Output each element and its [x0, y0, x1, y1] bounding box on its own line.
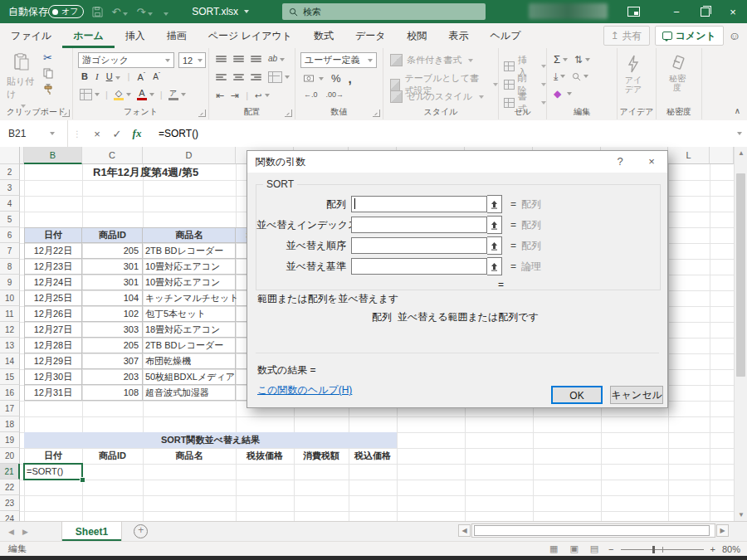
autosum-icon[interactable]: Σ: [554, 53, 560, 66]
format-painter-icon[interactable]: [43, 85, 54, 95]
cut-icon[interactable]: ✂: [43, 51, 52, 64]
zoom-in-icon[interactable]: +: [710, 544, 715, 554]
undo-icon[interactable]: ↶: [111, 6, 128, 18]
close-button[interactable]: ×: [719, 0, 747, 23]
row-header-17[interactable]: 17: [0, 401, 20, 416]
sales-name-cell[interactable]: 50枚組BDXLメディア: [145, 369, 235, 385]
sales-name-cell[interactable]: 超音波式加湿器: [145, 385, 209, 401]
sales-id-cell[interactable]: 203: [82, 369, 139, 385]
row-header-5[interactable]: 5: [0, 212, 20, 227]
row-header-9[interactable]: 9: [0, 275, 20, 290]
tab-review[interactable]: 校閲: [397, 23, 438, 48]
sheet-nav-right-icon[interactable]: ▶: [22, 528, 28, 536]
column-header-x[interactable]: [710, 147, 734, 164]
sales-date-cell[interactable]: 12月22日: [24, 243, 82, 259]
row-header-10[interactable]: 10: [0, 290, 20, 306]
sales-name-cell[interactable]: 18畳対応エアコン: [145, 322, 220, 338]
autosave-toggle[interactable]: オフ: [48, 5, 84, 18]
tab-insert[interactable]: 挿入: [115, 23, 156, 48]
sales-name-cell[interactable]: 10畳対応エアコン: [145, 275, 220, 290]
column-header-B[interactable]: B: [24, 147, 82, 164]
formula-input[interactable]: =SORT(): [159, 128, 198, 139]
confirm-entry-icon[interactable]: ✓: [107, 128, 127, 140]
currency-format-icon[interactable]: [304, 75, 315, 83]
sensitivity-button[interactable]: 秘密度: [666, 55, 688, 92]
function-help-link[interactable]: この関数のヘルプ(H): [257, 383, 352, 397]
alignment-dialog-launcher-icon[interactable]: [285, 110, 292, 117]
quick-access-customize-icon[interactable]: [161, 6, 168, 18]
dialog-close-icon[interactable]: ×: [636, 151, 667, 173]
fill-icon[interactable]: ⤓: [554, 71, 558, 82]
paste-button[interactable]: 貼り付け: [7, 53, 37, 108]
row-header-22[interactable]: 22: [0, 480, 20, 495]
scroll-right-icon[interactable]: ▶: [716, 524, 729, 537]
sales-date-cell[interactable]: 12月24日: [24, 275, 82, 290]
cell-styles-button[interactable]: セルのスタイル: [390, 90, 484, 103]
number-dialog-launcher-icon[interactable]: [373, 110, 380, 117]
tab-home[interactable]: ホーム: [62, 23, 115, 48]
sales-id-cell[interactable]: 307: [82, 353, 139, 369]
borders-icon[interactable]: [80, 89, 92, 100]
arg-input-sort-index[interactable]: [351, 217, 487, 233]
result-title-cell[interactable]: SORT関数並べ替え結果: [24, 432, 397, 448]
font-color-icon[interactable]: A: [137, 89, 147, 100]
sales-date-cell[interactable]: 12月26日: [24, 306, 82, 322]
arg-input-by-col[interactable]: [351, 258, 487, 275]
sales-name-cell[interactable]: 包丁5本セット: [145, 306, 206, 322]
align-right-icon[interactable]: [251, 74, 261, 80]
sales-id-cell[interactable]: 104: [82, 290, 139, 306]
ideas-button[interactable]: アイデア: [622, 55, 644, 94]
merge-center-icon[interactable]: [268, 71, 282, 83]
row-header-2[interactable]: 2: [0, 164, 20, 180]
sales-name-cell[interactable]: キッチンマルチセット: [145, 290, 239, 306]
range-picker-icon[interactable]: [487, 236, 502, 255]
row-header-8[interactable]: 8: [0, 259, 20, 275]
scroll-up-icon[interactable]: ▲: [735, 147, 747, 159]
decrease-font-icon[interactable]: Aˇ: [153, 71, 160, 81]
tab-data[interactable]: データ: [344, 23, 397, 48]
save-icon[interactable]: [92, 7, 103, 17]
tab-page-layout[interactable]: ページ レイアウト: [198, 23, 303, 48]
tab-draw[interactable]: 描画: [156, 23, 198, 48]
sales-date-cell[interactable]: 12月25日: [24, 290, 82, 306]
sales-date-cell[interactable]: 12月31日: [24, 385, 82, 401]
insert-function-icon[interactable]: fx: [127, 127, 147, 140]
row-header-14[interactable]: 14: [0, 353, 20, 369]
increase-decimal-icon[interactable]: ←.0: [304, 90, 318, 99]
conditional-formatting-button[interactable]: 条件付き書式: [390, 54, 473, 66]
number-format-select[interactable]: ユーザー定義: [300, 52, 377, 68]
file-name[interactable]: SORT.xlsx: [192, 6, 249, 17]
scroll-down-icon[interactable]: ▼: [735, 509, 747, 521]
sales-date-cell[interactable]: 12月27日: [24, 322, 82, 338]
vertical-scroll-thumb[interactable]: [736, 173, 745, 377]
align-center-icon[interactable]: [233, 74, 244, 80]
clipboard-dialog-launcher-icon[interactable]: [62, 110, 70, 117]
arg-input-array[interactable]: [351, 196, 487, 212]
sales-id-cell[interactable]: 102: [82, 306, 139, 322]
fill-color-icon[interactable]: ◇: [114, 89, 124, 100]
sales-date-cell[interactable]: 12月28日: [24, 338, 82, 353]
redo-icon[interactable]: ↷: [136, 6, 153, 18]
sales-name-cell[interactable]: 10畳対応エアコン: [145, 259, 220, 275]
row-header-4[interactable]: 4: [0, 196, 20, 212]
add-sheet-icon[interactable]: +: [134, 524, 148, 538]
row-header-3[interactable]: 3: [0, 180, 20, 196]
name-box[interactable]: B21: [0, 120, 68, 147]
tab-view[interactable]: 表示: [438, 23, 480, 48]
sales-name-cell[interactable]: 布団乾燥機: [145, 353, 191, 369]
row-header-21[interactable]: 21: [0, 464, 20, 480]
tab-formulas[interactable]: 数式: [303, 23, 344, 48]
sales-id-cell[interactable]: 205: [82, 338, 139, 353]
font-name-select[interactable]: 游ゴシック: [78, 52, 174, 68]
row-header-16[interactable]: 16: [0, 385, 20, 401]
row-header-23[interactable]: 23: [0, 495, 20, 511]
sales-id-cell[interactable]: 303: [82, 322, 139, 338]
row-header-7[interactable]: 7: [0, 243, 20, 259]
column-header-C[interactable]: C: [82, 147, 143, 164]
sheet-tab-sheet1[interactable]: Sheet1: [61, 522, 122, 541]
increase-indent-icon[interactable]: ⇥: [231, 90, 239, 101]
find-select-icon[interactable]: [572, 72, 581, 81]
percent-style-icon[interactable]: %: [331, 72, 341, 85]
sales-date-cell[interactable]: 12月30日: [24, 369, 82, 385]
row-header-12[interactable]: 12: [0, 322, 20, 338]
